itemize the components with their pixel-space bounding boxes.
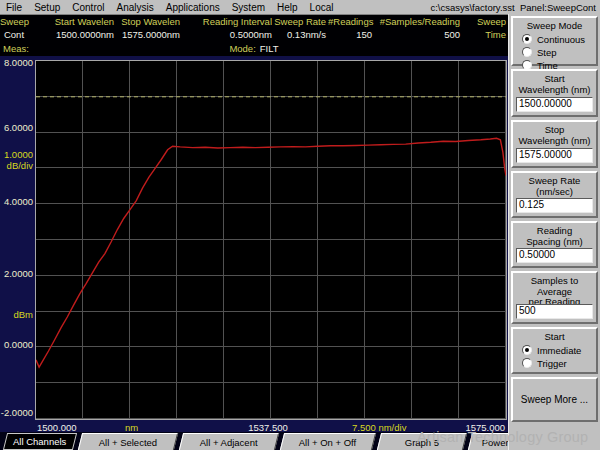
sweep-trace-line bbox=[36, 138, 506, 367]
sweep-more-label: Sweep More ... bbox=[521, 394, 588, 405]
menu-analysis[interactable]: Analysis bbox=[111, 2, 160, 13]
menu-control[interactable]: Control bbox=[66, 2, 110, 13]
stop-wavelength-group: Stop Wavelength (nm) 1575.00000 bbox=[511, 120, 598, 168]
param-value: Cont bbox=[0, 28, 28, 41]
sweep-mode-title: Sweep Mode bbox=[513, 18, 596, 32]
param-value: 150 bbox=[328, 28, 372, 41]
sweep-more-button[interactable]: Sweep More ... bbox=[511, 377, 598, 422]
param-label: Start Wavelen bbox=[30, 15, 114, 28]
reading-spacing-title: Reading Spacing (nm) bbox=[513, 223, 596, 247]
y-tick-neg2: -2.0000 bbox=[0, 407, 33, 418]
y-tick-2: 2.0000 bbox=[0, 268, 33, 279]
sweep-parameter-header: Sweep Cont Start Wavelen 1500.0000nm Sto… bbox=[0, 15, 508, 42]
param-label: Reading Interval bbox=[182, 15, 272, 28]
y-tick-8: 8.0000 bbox=[0, 57, 33, 68]
radio-button-icon[interactable] bbox=[522, 345, 532, 355]
start-group-title: Start bbox=[513, 329, 596, 343]
param-label: #Samples/Reading bbox=[374, 15, 460, 28]
watermark-text: Artisan Technology Group bbox=[417, 429, 588, 445]
samples-to-average-input[interactable]: 500 bbox=[516, 304, 593, 319]
y-scale-value: 1.0000 bbox=[0, 149, 33, 160]
param-label: Sweep Rate bbox=[274, 15, 326, 28]
tab-all-channels[interactable]: All Channels bbox=[3, 433, 77, 450]
param-reading-interval: Reading Interval 0.5000nm bbox=[182, 15, 274, 42]
param-value: 0.13nm/s bbox=[274, 28, 326, 41]
start-wavelength-title: Start Wavelength (nm) bbox=[513, 71, 596, 95]
param-sweep-rate: Sweep Rate 0.13nm/s bbox=[274, 15, 328, 42]
tab-all-adjacent[interactable]: All + Adjacent bbox=[179, 433, 279, 450]
y-tick-6: 6.0000 bbox=[0, 122, 33, 133]
sweep-rate-title: Sweep Rate (nm/sec) bbox=[513, 173, 596, 197]
stop-wavelength-input[interactable]: 1575.00000 bbox=[516, 148, 593, 163]
param-sweep-time: Sweep Time 0:10:00 bbox=[462, 15, 508, 42]
param-value: 1500.0000nm bbox=[30, 28, 114, 41]
reading-spacing-group: Reading Spacing (nm) 0.50000 bbox=[511, 221, 598, 268]
y-axis-unit-dbm: dBm bbox=[0, 309, 33, 320]
samples-to-average-title: Samples to Average per Reading bbox=[513, 273, 596, 308]
plot-region: 8.0000 6.0000 1.0000 dB/div 4.0000 2.000… bbox=[0, 56, 508, 432]
start-trigger-group: Start Immediate Trigger bbox=[511, 327, 598, 374]
radio-button-icon[interactable] bbox=[522, 47, 532, 57]
radio-continuous[interactable]: Continuous bbox=[513, 34, 596, 45]
mode-label: Mode: bbox=[229, 43, 255, 54]
plot-area bbox=[35, 60, 507, 420]
param-label: Stop Wavelen bbox=[116, 15, 180, 28]
radio-label: Immediate bbox=[537, 345, 581, 356]
mode-row: Meas: Mode:FILT bbox=[0, 42, 508, 56]
param-samples-per-reading: #Samples/Reading 500 bbox=[374, 15, 462, 42]
radio-button-icon[interactable] bbox=[522, 358, 532, 368]
param-stop-wavelen: Stop Wavelen 1575.0000nm bbox=[116, 15, 182, 42]
param-sweep: Sweep Cont bbox=[0, 15, 30, 42]
radio-label: Step bbox=[537, 47, 557, 58]
trace-svg bbox=[36, 61, 506, 419]
menu-setup[interactable]: Setup bbox=[28, 2, 66, 13]
radio-trigger[interactable]: Trigger bbox=[513, 358, 596, 369]
menu-help[interactable]: Help bbox=[271, 2, 304, 13]
start-wavelength-input[interactable]: 1500.00000 bbox=[516, 97, 593, 112]
menu-local[interactable]: Local bbox=[304, 2, 340, 13]
radio-button-icon[interactable] bbox=[522, 34, 532, 44]
mode-value: FILT bbox=[260, 43, 279, 54]
radio-label: Continuous bbox=[537, 34, 585, 45]
samples-to-average-group: Samples to Average per Reading 500 bbox=[511, 271, 598, 324]
sweep-rate-group: Sweep Rate (nm/sec) 0.125 bbox=[511, 171, 598, 218]
param-label: Sweep Time bbox=[462, 15, 506, 41]
param-label: Sweep bbox=[0, 15, 28, 28]
stop-wavelength-title: Stop Wavelength (nm) bbox=[513, 122, 596, 146]
sweep-rate-input[interactable]: 0.125 bbox=[516, 198, 593, 213]
reading-spacing-input[interactable]: 0.50000 bbox=[516, 248, 593, 263]
sweep-mode-group: Sweep Mode Continuous Step Time bbox=[511, 16, 598, 66]
sweep-control-panel: Sweep Mode Continuous Step Time Start Wa… bbox=[508, 14, 600, 450]
menu-bar: File Setup Control Analysis Applications… bbox=[0, 0, 600, 15]
param-value: 500 bbox=[374, 28, 460, 41]
file-path-panel-label: c:\csasys\factory.sst Panel:SweepCont bbox=[430, 2, 600, 13]
radio-label: Trigger bbox=[537, 358, 567, 369]
radio-immediate[interactable]: Immediate bbox=[513, 345, 596, 356]
param-value: 0.5000nm bbox=[182, 28, 272, 41]
y-tick-4: 4.0000 bbox=[0, 196, 33, 207]
param-value: 1575.0000nm bbox=[116, 28, 180, 41]
param-start-wavelen: Start Wavelen 1500.0000nm bbox=[30, 15, 116, 42]
tab-all-selected[interactable]: All + Selected bbox=[78, 433, 178, 450]
y-scale-units: dB/div bbox=[0, 160, 33, 171]
param-readings: #Readings 150 bbox=[328, 15, 374, 42]
radio-step[interactable]: Step bbox=[513, 47, 596, 58]
tab-all-on-off[interactable]: All + On + Off bbox=[280, 433, 376, 450]
y-tick-0: 0.0000 bbox=[0, 339, 33, 350]
menu-file[interactable]: File bbox=[0, 2, 28, 13]
param-label: #Readings bbox=[328, 15, 372, 28]
menu-system[interactable]: System bbox=[226, 2, 271, 13]
start-wavelength-group: Start Wavelength (nm) 1500.00000 bbox=[511, 69, 598, 117]
menu-applications[interactable]: Applications bbox=[160, 2, 226, 13]
